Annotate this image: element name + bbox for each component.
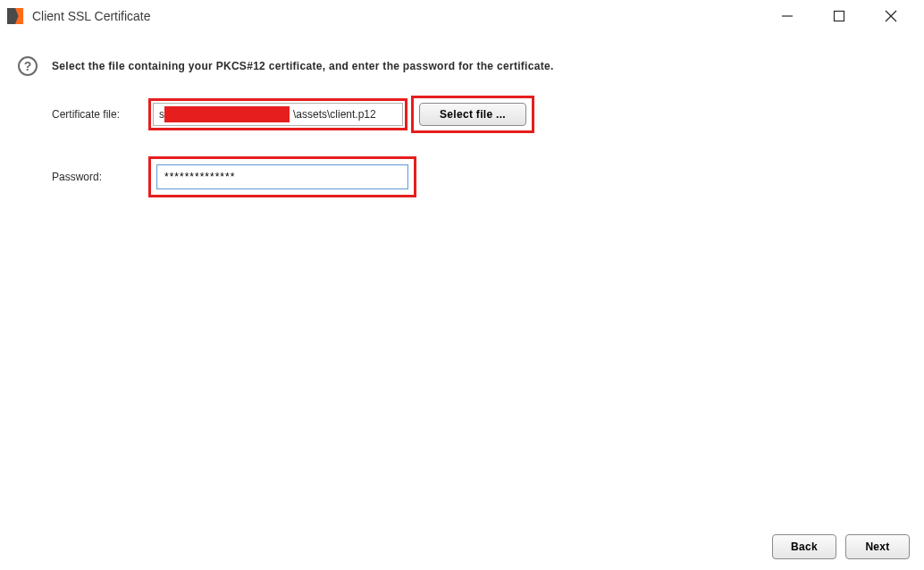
password-row: Password: [52,159,534,195]
form-area: Certificate file: s\assets\client.p12 Se… [52,96,534,222]
minimize-button[interactable] [769,3,806,29]
password-label: Password: [52,171,148,183]
certificate-file-highlight: s\assets\client.p12 [148,98,407,130]
window-title: Client SSL Certificate [32,9,151,23]
close-button[interactable] [872,3,910,29]
select-file-highlight: Select file ... [411,96,534,133]
footer-buttons: Back Next [772,534,910,559]
instruction-text: Select the file containing your PKCS#12 … [52,60,554,72]
app-icon [7,8,23,24]
title-bar: Client SSL Certificate [0,0,924,32]
window-controls [769,3,917,29]
password-highlight [148,156,416,197]
help-icon: ? [18,56,38,76]
next-button[interactable]: Next [845,534,910,559]
certificate-file-row: Certificate file: s\assets\client.p12 Se… [52,96,534,132]
back-button[interactable]: Back [772,534,836,559]
select-file-button[interactable]: Select file ... [419,103,526,126]
password-input[interactable] [156,164,408,189]
content-pane: ? Select the file containing your PKCS#1… [18,52,906,516]
redaction-box [164,106,290,122]
maximize-button[interactable] [820,3,858,29]
certificate-file-input[interactable]: s\assets\client.p12 [153,103,403,126]
certificate-file-label: Certificate file: [52,108,148,121]
svg-rect-1 [835,12,844,21]
